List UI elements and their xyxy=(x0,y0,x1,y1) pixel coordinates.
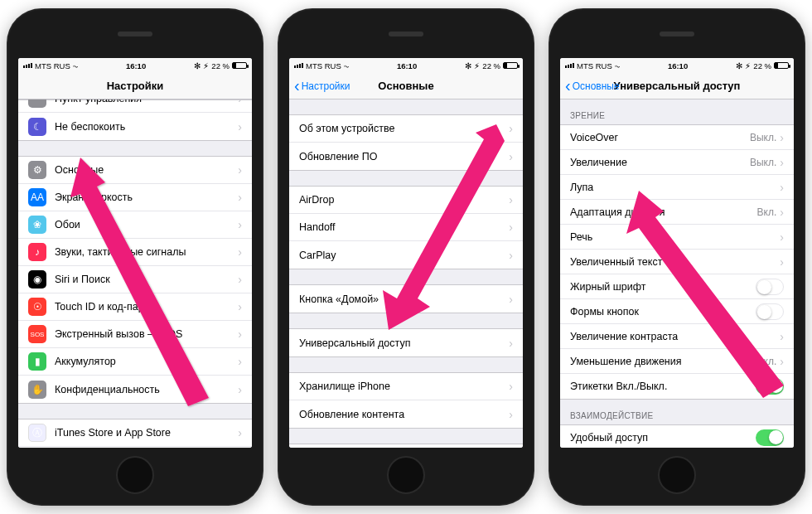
row-label: Аккумулятор xyxy=(55,356,238,367)
toggle-switch[interactable] xyxy=(756,378,784,395)
row-label: Handoff xyxy=(299,221,509,233)
row-label: iTunes Store и App Store xyxy=(55,427,238,439)
chevron-right-icon: › xyxy=(780,355,784,368)
settings-row[interactable]: Этикетки Вкл./Выкл. xyxy=(560,374,794,399)
back-button[interactable]: Основные xyxy=(565,80,620,92)
settings-row[interactable]: VoiceOverВыкл.› xyxy=(560,125,794,150)
settings-row[interactable]: Речь› xyxy=(560,225,794,250)
chevron-right-icon: › xyxy=(238,245,242,259)
row-icon: ▮ xyxy=(28,352,46,371)
chevron-right-icon: › xyxy=(238,383,242,396)
row-icon: ◉ xyxy=(28,270,46,289)
settings-row[interactable]: Кнопка «Домой»› xyxy=(289,285,523,313)
row-icon: ☾ xyxy=(28,118,46,136)
settings-row[interactable]: AirDrop› xyxy=(289,187,523,214)
page-title: Универсальный доступ xyxy=(614,80,741,92)
settings-row[interactable]: ✋Конфиденциальность› xyxy=(18,376,252,403)
chevron-right-icon: › xyxy=(780,131,784,144)
settings-row[interactable]: ОграниченияВкл.› xyxy=(289,444,523,448)
row-label: Увеличение контраста xyxy=(570,331,776,342)
settings-row[interactable]: Увеличение контраста› xyxy=(560,324,794,349)
row-label: Touch ID и код-пароль xyxy=(55,301,238,313)
chevron-right-icon: › xyxy=(509,150,513,163)
settings-row[interactable]: Об этом устройстве› xyxy=(289,115,523,143)
settings-row[interactable]: Увеличенный текст› xyxy=(560,250,794,274)
chevron-right-icon: › xyxy=(509,380,513,393)
settings-row[interactable]: ☉Touch ID и код-пароль› xyxy=(18,293,252,321)
settings-row[interactable]: AAЭкран и яркость› xyxy=(18,184,252,211)
battery-percent: 22 % xyxy=(211,61,230,70)
settings-row[interactable]: УвеличениеВыкл.› xyxy=(560,150,794,175)
chevron-right-icon: › xyxy=(509,293,513,306)
row-value: Выкл. xyxy=(750,356,776,367)
row-label: Об этом устройстве xyxy=(299,123,509,134)
home-button[interactable] xyxy=(387,456,425,494)
settings-row[interactable]: Жирный шрифт xyxy=(560,274,794,299)
row-icon: SOS xyxy=(28,325,46,343)
status-bar: MTS RUS⏦ 16:10 ✻⚡︎22 % xyxy=(560,58,794,73)
row-icon: ♪ xyxy=(28,243,46,261)
row-label: Кнопка «Домой» xyxy=(299,293,509,305)
settings-row[interactable]: Handoff› xyxy=(289,214,523,241)
row-label: Увеличение xyxy=(570,157,750,168)
settings-row[interactable]: Уменьшение движенияВыкл.› xyxy=(560,349,794,374)
chevron-right-icon: › xyxy=(780,255,784,269)
general-list[interactable]: Об этом устройстве›Обновление ПО› AirDro… xyxy=(289,99,523,448)
chevron-right-icon: › xyxy=(238,300,242,313)
settings-row[interactable]: ☾Не беспокоить› xyxy=(18,113,252,140)
chevron-right-icon: › xyxy=(509,249,513,262)
back-button[interactable]: Настройки xyxy=(294,80,350,92)
home-button[interactable] xyxy=(658,456,696,494)
row-label: Жирный шрифт xyxy=(570,281,756,293)
row-value: Вкл. xyxy=(757,206,777,218)
settings-row[interactable]: CarPlay› xyxy=(289,241,523,269)
accessibility-list[interactable]: ЗРЕНИЕ VoiceOverВыкл.›УвеличениеВыкл.›Лу… xyxy=(560,99,794,448)
settings-row[interactable]: Формы кнопок xyxy=(560,299,794,324)
phone-frame-2: MTS RUS⏦ 16:10 ✻⚡︎22 % Настройки Основны… xyxy=(278,8,534,506)
row-label: Обновление ПО xyxy=(299,151,509,162)
row-label: Обои xyxy=(55,219,238,230)
screen-2: MTS RUS⏦ 16:10 ✻⚡︎22 % Настройки Основны… xyxy=(289,58,523,448)
settings-row[interactable]: Обновление ПО› xyxy=(289,143,523,170)
settings-row[interactable]: ◉Siri и Поиск› xyxy=(18,266,252,293)
chevron-right-icon: › xyxy=(238,426,242,439)
settings-row[interactable]: ❀Обои› xyxy=(18,211,252,239)
chevron-right-icon: › xyxy=(238,355,242,368)
phone-frame-1: MTS RUS⏦ 16:10 ✻⚡︎22 % Настройки Пункт у… xyxy=(7,8,263,506)
settings-row[interactable]: ▮Аккумулятор› xyxy=(18,348,252,376)
navbar: Настройки Основные xyxy=(289,73,523,99)
navbar: Настройки xyxy=(18,73,252,99)
home-button[interactable] xyxy=(116,456,154,494)
section-header-vision: ЗРЕНИЕ xyxy=(560,99,794,124)
toggle-switch[interactable] xyxy=(756,429,784,446)
settings-row[interactable]: Адаптация дисплеяВкл.› xyxy=(560,200,794,225)
settings-row[interactable]: Обновление контента› xyxy=(289,400,523,428)
settings-row[interactable]: Лупа› xyxy=(560,175,794,200)
settings-row[interactable]: Пункт управления› xyxy=(18,99,252,113)
settings-row[interactable]: ♪Звуки, тактильные сигналы› xyxy=(18,239,252,266)
row-label: Экстренный вызов — SOS xyxy=(55,328,238,340)
status-bar: MTS RUS⏦ 16:10 ✻⚡︎22 % xyxy=(289,58,523,73)
toggle-switch[interactable] xyxy=(756,279,784,295)
section-header-interaction: ВЗАИМОДЕЙСТВИЕ xyxy=(560,400,794,424)
settings-row[interactable]: Универсальный доступ› xyxy=(289,329,523,356)
row-label: Лупа xyxy=(570,182,776,193)
settings-row[interactable]: ⒶiTunes Store и App Store› xyxy=(18,419,252,447)
row-label: Пункт управления xyxy=(55,99,238,104)
toggle-switch[interactable] xyxy=(756,303,784,320)
row-label: Хранилище iPhone xyxy=(299,381,509,392)
settings-row[interactable]: ▭Wallet и Apple Pay› xyxy=(18,447,252,448)
chevron-right-icon: › xyxy=(238,191,242,204)
settings-row[interactable]: ⚙Основные› xyxy=(18,157,252,184)
settings-row[interactable]: Хранилище iPhone› xyxy=(289,373,523,400)
row-label: Речь xyxy=(570,231,776,243)
settings-row[interactable]: SOSЭкстренный вызов — SOS› xyxy=(18,321,252,348)
chevron-right-icon: › xyxy=(780,230,784,244)
settings-list[interactable]: Пункт управления›☾Не беспокоить› ⚙Основн… xyxy=(18,99,252,448)
row-label: VoiceOver xyxy=(570,132,750,143)
row-icon: ✋ xyxy=(28,381,46,399)
carrier-label: MTS RUS xyxy=(35,61,70,70)
row-label: Конфиденциальность xyxy=(55,384,238,395)
chevron-right-icon: › xyxy=(780,156,784,169)
settings-row[interactable]: Удобный доступ xyxy=(560,425,794,448)
